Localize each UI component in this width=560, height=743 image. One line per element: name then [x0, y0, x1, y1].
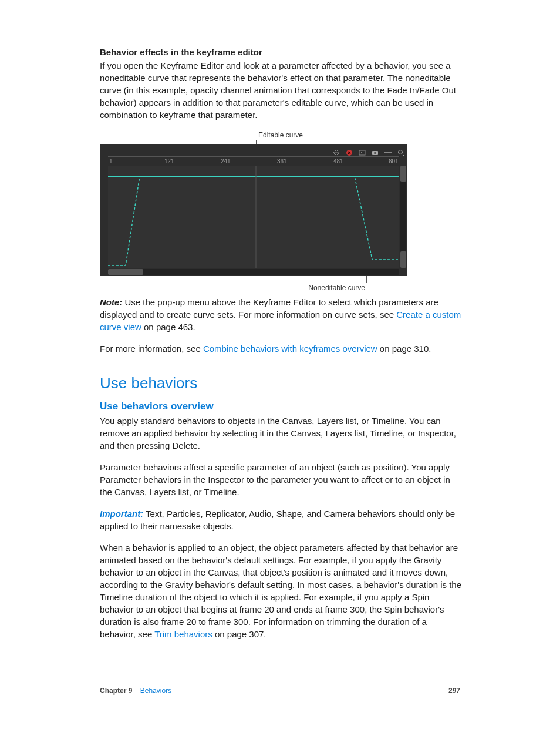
note-paragraph: Note: Use the pop-up menu above the Keyf…	[100, 296, 463, 333]
camera-icon[interactable]	[371, 147, 379, 154]
drag-icon[interactable]	[332, 147, 340, 154]
important-paragraph: Important: Text, Particles, Replicator, …	[100, 507, 463, 532]
callout-bottom: Noneditable curve	[100, 276, 407, 290]
heading-use-behaviors: Use behaviors	[100, 372, 463, 394]
chapter-link[interactable]: Behaviors	[140, 687, 171, 695]
callout-bottom-label: Noneditable curve	[308, 283, 365, 293]
ruler-tick: 1	[109, 157, 113, 166]
ruler-tick: 241	[221, 157, 231, 166]
callout-top: Editable curve	[100, 130, 407, 144]
callout-leader-line	[256, 140, 257, 144]
keyframe-figure: Editable curve 1 121 241 361 481	[100, 130, 407, 290]
timeline-ruler[interactable]: 1 121 241 361 481 601	[108, 156, 399, 166]
subheading-overview: Use behaviors overview	[100, 399, 463, 413]
more-info-after: on page 310.	[377, 344, 431, 354]
more-info-before: For more information, see	[100, 344, 203, 354]
ruler-tick: 601	[389, 157, 399, 166]
important-label: Important:	[100, 509, 143, 519]
svg-point-5	[399, 150, 403, 154]
scrollbar-thumb[interactable]	[108, 269, 143, 275]
section-title: Behavior effects in the keyframe editor	[100, 46, 463, 58]
more-info-paragraph: For more information, see Combine behavi…	[100, 342, 463, 355]
keyframe-editor: 1 121 241 361 481 601	[100, 144, 407, 276]
scrollbar-thumb[interactable]	[400, 251, 406, 268]
curve-plot[interactable]	[108, 166, 399, 268]
close-icon[interactable]	[345, 147, 353, 154]
ruler-tick: 361	[277, 157, 287, 166]
svg-rect-1	[359, 150, 365, 155]
page-number: 297	[448, 687, 460, 695]
callout-leader-line	[366, 276, 367, 283]
svg-point-3	[374, 152, 376, 154]
overview-paragraph-1: You apply standard behaviors to objects …	[100, 415, 463, 452]
intro-paragraph: If you open the Keyframe Editor and look…	[100, 59, 463, 121]
zoom-icon[interactable]	[397, 147, 405, 154]
scrollbar-thumb[interactable]	[400, 166, 406, 182]
page-footer: Chapter 9 Behaviors 297	[100, 687, 460, 695]
important-text: Text, Particles, Replicator, Audio, Shap…	[100, 509, 455, 531]
keyframe-toolbar	[330, 144, 407, 156]
overview-paragraph-2: Parameter behaviors affect a specific pa…	[100, 461, 463, 498]
note-text-before: Use the pop-up menu above the Keyframe E…	[100, 297, 438, 320]
horizontal-scrollbar[interactable]	[108, 269, 399, 275]
svg-rect-4	[384, 152, 392, 153]
note-label: Note:	[100, 297, 122, 307]
expand-icon[interactable]	[358, 147, 366, 154]
vertical-scrollbar[interactable]	[400, 166, 406, 268]
chapter-label: Chapter 9	[100, 687, 132, 695]
footer-left: Chapter 9 Behaviors	[100, 687, 171, 695]
ruler-tick: 121	[164, 157, 174, 166]
slider-icon[interactable]	[384, 147, 392, 154]
ruler-tick: 481	[333, 157, 343, 166]
note-text-after: on page 463.	[141, 322, 195, 332]
link-trim-behaviors[interactable]: Trim behaviors	[154, 629, 212, 639]
link-combine-behaviors[interactable]: Combine behaviors with keyframes overvie…	[203, 344, 377, 354]
overview-paragraph-3: When a behavior is applied to an object,…	[100, 542, 463, 640]
para3-before: When a behavior is applied to an object,…	[100, 543, 461, 639]
callout-top-label: Editable curve	[258, 130, 303, 140]
para3-after: on page 307.	[212, 629, 266, 639]
